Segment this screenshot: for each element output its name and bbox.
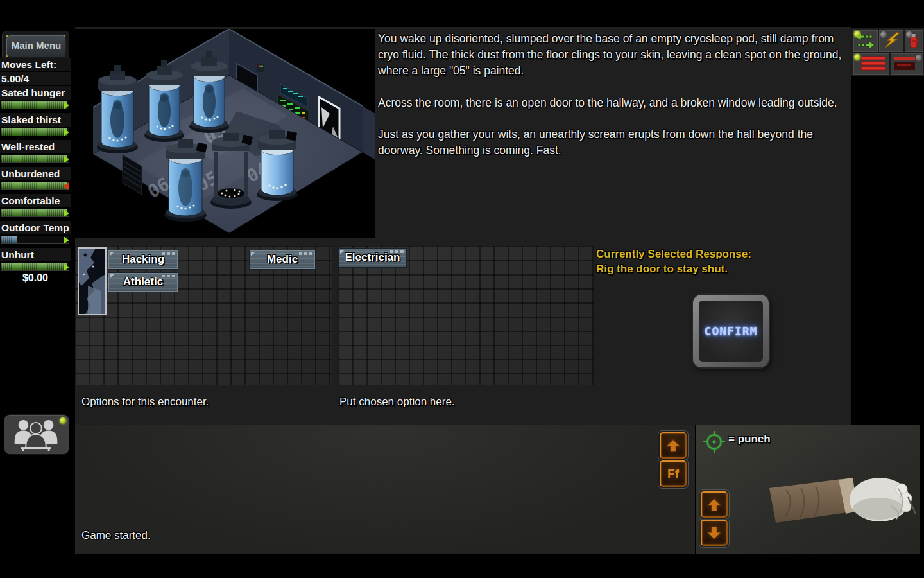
trend-arrow-icon	[64, 209, 69, 217]
trend-arrow-icon	[64, 263, 69, 271]
attack-down-slot	[699, 518, 730, 548]
stat-label-hurt: Unhurt	[0, 248, 71, 261]
log-line: Game started.	[81, 529, 151, 542]
selected-response-text: Rig the door to stay shut.	[596, 262, 850, 277]
attack-scroll-up-button[interactable]	[701, 491, 728, 518]
stat-bar-comfort	[1, 209, 69, 217]
cryo-pod-2	[144, 60, 184, 142]
selected-response-heading: Currently Selected Response:	[596, 247, 850, 262]
status-dot-green	[854, 31, 860, 37]
status-sidebar: Main Menu Moves Left: 5.00/4 Sated hunge…	[0, 28, 71, 426]
money-value: $0.00	[0, 272, 71, 284]
stat-label-thirst: Slaked thirst	[0, 113, 71, 127]
confirm-button-face: CONFIRM	[699, 301, 763, 362]
confirm-button[interactable]: CONFIRM	[693, 295, 769, 367]
stat-label-hunger: Sated hunger	[0, 86, 71, 100]
punch-fist-image	[766, 469, 916, 532]
status-dot-green	[854, 54, 860, 60]
main-menu-button[interactable]: Main Menu	[6, 35, 66, 57]
trend-arrow-icon	[64, 128, 69, 136]
trend-arrow-icon	[64, 236, 69, 244]
stat-bar-hunger	[1, 101, 69, 109]
up-arrow-icon	[665, 437, 681, 454]
stat-label-rest: Well-rested	[0, 140, 71, 153]
skill-tile-medic[interactable]: Medic	[249, 250, 316, 270]
trend-arrow-icon	[64, 155, 69, 163]
status-dot-grey	[880, 31, 887, 38]
crew-button[interactable]	[4, 414, 69, 455]
attack-scroll-down-button[interactable]	[701, 520, 728, 546]
cryo-room-illustration: 03 04 05 06	[75, 29, 375, 238]
stat-label-comfort: Comfortable	[0, 194, 71, 207]
encounter-narrative: You wake up disoriented, slumped over th…	[378, 31, 851, 175]
fast-forward-button[interactable]: Ff	[660, 460, 687, 487]
wall-indicator-light	[257, 64, 264, 72]
narrative-paragraph: Across the room, there is an open door t…	[378, 95, 851, 111]
status-dot-grey	[916, 55, 922, 61]
attack-equals-label: = punch	[728, 433, 771, 446]
camp-menu-button[interactable]	[853, 53, 890, 76]
night-scene-card-art	[79, 249, 105, 314]
fast-forward-label: Ff	[667, 467, 679, 481]
fast-forward-slot: Ff	[658, 459, 689, 489]
stat-bar-temp	[1, 236, 69, 244]
moves-left-label: Moves Left:	[0, 58, 71, 71]
attack-panel: = punch	[696, 425, 920, 554]
cryo-pod-4	[164, 139, 207, 222]
stat-bar-hurt	[1, 263, 69, 271]
scene-view: 03 04 05 06	[75, 29, 375, 238]
stat-bar-thirst	[1, 128, 69, 136]
stat-label-burden: Unburdened	[0, 167, 71, 180]
down-arrow-icon	[706, 525, 723, 541]
extinguisher-button[interactable]	[904, 30, 924, 53]
status-dot-green	[60, 417, 66, 424]
moves-left-value: 5.00/4	[0, 72, 71, 85]
trend-arrow-icon	[64, 101, 69, 109]
cryo-pod-3	[189, 51, 229, 133]
selected-response: Currently Selected Response: Rig the doo…	[596, 247, 850, 277]
chosen-grid-label: Put chosen option here.	[339, 396, 455, 408]
scroll-up-slot	[658, 430, 689, 460]
trend-arrow-icon	[63, 182, 69, 190]
narrative-paragraph: You wake up disoriented, slumped over th…	[378, 31, 851, 79]
up-arrow-icon	[706, 496, 723, 513]
main-menu-plate: Main Menu	[2, 31, 69, 60]
stack-menu-button[interactable]	[890, 53, 924, 76]
exchange-mode-button[interactable]	[853, 30, 878, 53]
attack-mode-button[interactable]	[878, 30, 904, 53]
stat-label-temp: Outdoor Temp	[0, 221, 71, 234]
options-grid-label: Options for this encounter.	[81, 396, 209, 408]
cryo-pod-6	[257, 130, 298, 201]
confirm-label: CONFIRM	[705, 324, 758, 338]
stat-bar-rest	[1, 155, 69, 163]
narrative-paragraph: Just as you gather your wits, an unearth…	[378, 127, 851, 159]
skill-tile-hacking[interactable]: Hacking	[108, 250, 178, 270]
message-log-panel[interactable]: Game started. Ff	[75, 425, 695, 554]
skill-tile-athletic[interactable]: Athletic	[108, 272, 178, 292]
encounter-card[interactable]	[78, 247, 107, 315]
status-dot-grey	[906, 31, 912, 38]
top-right-toolbar	[851, 28, 924, 76]
attack-up-slot	[699, 489, 730, 520]
three-people-icon	[4, 415, 67, 453]
game-screen: 03 04 05 06	[0, 0, 924, 578]
log-scroll-up-button[interactable]	[660, 432, 687, 459]
cryo-pod-1	[97, 65, 138, 153]
skill-tile-electrician[interactable]: Electrician	[338, 248, 407, 268]
stat-bar-burden	[1, 182, 69, 190]
targeting-reticle-icon	[703, 430, 726, 453]
